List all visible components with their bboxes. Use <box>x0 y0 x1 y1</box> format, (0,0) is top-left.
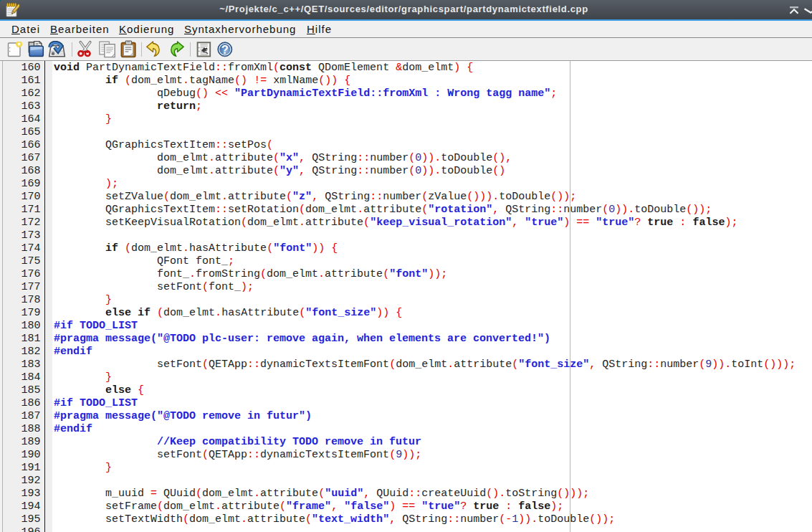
svg-text:?: ? <box>221 43 229 56</box>
